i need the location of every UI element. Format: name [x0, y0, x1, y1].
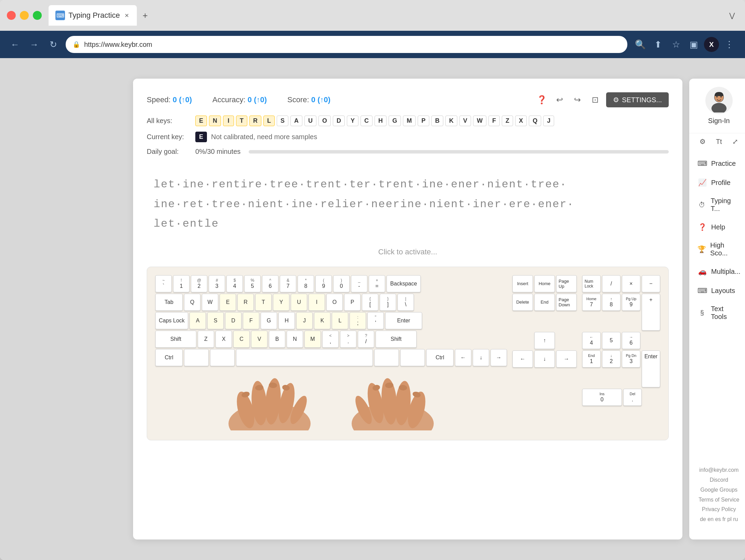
- key-n[interactable]: N: [287, 331, 303, 348]
- key-num-del[interactable]: Del.: [623, 389, 642, 406]
- key-arrow-right[interactable]: →: [491, 349, 507, 366]
- key-v[interactable]: V: [251, 331, 267, 348]
- key-q[interactable]: Q: [184, 294, 200, 311]
- key-a[interactable]: A: [189, 312, 206, 329]
- key-num-mult[interactable]: ×: [622, 275, 640, 292]
- language-selector[interactable]: de en es fr pl ru: [698, 515, 739, 524]
- footer-email[interactable]: info@keybr.com: [698, 465, 739, 475]
- key-o[interactable]: O: [326, 294, 343, 311]
- help-button[interactable]: ❓: [535, 93, 549, 107]
- key-backspace[interactable]: Backspace: [387, 275, 421, 292]
- key-semicolon[interactable]: :;: [350, 312, 366, 329]
- key-delete[interactable]: Delete: [512, 294, 533, 311]
- key-f[interactable]: F: [243, 312, 259, 329]
- key-t[interactable]: T: [255, 294, 272, 311]
- settings-button[interactable]: ⚙ SETTINGS...: [606, 92, 669, 107]
- key-num-6[interactable]: →6: [622, 332, 640, 349]
- key-3[interactable]: #3: [209, 275, 225, 292]
- key-1[interactable]: !1: [173, 275, 189, 292]
- settings-icon[interactable]: ⚙: [697, 136, 708, 147]
- key-num-0[interactable]: Ins0: [582, 389, 622, 406]
- key-w[interactable]: W: [202, 294, 218, 311]
- key-alt-right[interactable]: [374, 349, 399, 366]
- key-j[interactable]: J: [296, 312, 313, 329]
- key-arrow-down[interactable]: ↓: [473, 349, 489, 366]
- key-win-left[interactable]: [184, 349, 209, 366]
- key-num-9[interactable]: Pg Up9: [622, 294, 640, 311]
- key-num-5[interactable]: 5: [602, 332, 620, 349]
- key-lbracket[interactable]: {[: [362, 294, 378, 311]
- key-tab[interactable]: Tab: [155, 294, 183, 311]
- key-arrow-left2[interactable]: ←: [512, 350, 533, 368]
- footer-discord[interactable]: Discord: [698, 475, 739, 485]
- key-shift-right[interactable]: Shift: [376, 331, 417, 348]
- key-num-7[interactable]: Home7: [582, 294, 601, 311]
- browser-menu-icon[interactable]: ⋮: [722, 37, 737, 52]
- key-minus[interactable]: _-: [351, 275, 367, 292]
- sidebar-item-typingt[interactable]: ⏱ Typing T...: [689, 192, 745, 217]
- sidebar-item-multipla[interactable]: 🚗 Multipla...: [689, 262, 745, 281]
- key-6[interactable]: ^6: [262, 275, 278, 292]
- font-size-icon[interactable]: Tt: [714, 136, 724, 147]
- click-activate-prompt[interactable]: Click to activate...: [147, 248, 669, 256]
- key-num-slash[interactable]: /: [602, 275, 620, 292]
- key-fn[interactable]: [400, 349, 425, 366]
- key-numlock[interactable]: Num Lock: [582, 275, 601, 292]
- key-arrow-right2[interactable]: →: [556, 350, 577, 368]
- key-comma[interactable]: <,: [322, 331, 339, 348]
- new-tab-button[interactable]: +: [138, 9, 152, 22]
- typing-text-area[interactable]: let·ine·rentire·tree·trent·ter·trent·ine…: [147, 168, 669, 241]
- active-tab[interactable]: ⌨ Typing Practice ✕: [49, 5, 137, 26]
- key-backtick[interactable]: ~`: [155, 275, 172, 292]
- key-insert[interactable]: Insert: [512, 275, 533, 292]
- sidebar-item-layouts[interactable]: ⌨ Layouts: [689, 281, 745, 300]
- fullscreen-button[interactable]: ⊡: [588, 93, 602, 107]
- key-slash[interactable]: ?/: [358, 331, 374, 348]
- key-g[interactable]: G: [261, 312, 277, 329]
- key-2[interactable]: @2: [191, 275, 207, 292]
- key-5[interactable]: %5: [244, 275, 261, 292]
- minimize-button[interactable]: [20, 11, 29, 20]
- key-end[interactable]: End: [534, 294, 555, 311]
- key-l[interactable]: L: [332, 312, 348, 329]
- key-x[interactable]: X: [215, 331, 232, 348]
- key-arrow-up[interactable]: ↑: [534, 332, 555, 349]
- key-num-enter[interactable]: Enter: [642, 350, 660, 387]
- key-enter[interactable]: Enter: [385, 312, 422, 329]
- key-ctrl-left[interactable]: Ctrl: [155, 349, 183, 366]
- key-num-1[interactable]: End1: [582, 350, 601, 368]
- window-menu-button[interactable]: ⋁: [726, 9, 738, 22]
- sidebar-item-practice[interactable]: ⌨ Practice: [689, 154, 745, 173]
- key-quote[interactable]: "': [367, 312, 384, 329]
- search-icon[interactable]: 🔍: [633, 37, 648, 52]
- key-arrow-left[interactable]: ←: [455, 349, 471, 366]
- key-backslash[interactable]: |\: [397, 294, 414, 311]
- key-rbracket[interactable]: }]: [380, 294, 396, 311]
- key-8[interactable]: *8: [298, 275, 314, 292]
- key-h[interactable]: H: [278, 312, 295, 329]
- key-ctrl-right[interactable]: Ctrl: [426, 349, 454, 366]
- back-button[interactable]: ←: [8, 38, 22, 51]
- redo-button[interactable]: ↪: [571, 93, 584, 107]
- key-r[interactable]: R: [237, 294, 254, 311]
- sidebar-item-profile[interactable]: 📈 Profile: [689, 173, 745, 192]
- key-z[interactable]: Z: [198, 331, 214, 348]
- key-e[interactable]: E: [220, 294, 236, 311]
- key-period[interactable]: >.: [340, 331, 356, 348]
- key-num-8[interactable]: ↑8: [602, 294, 620, 311]
- key-pagedown[interactable]: Page Down: [556, 294, 577, 311]
- tab-close-button[interactable]: ✕: [123, 12, 130, 19]
- key-y[interactable]: Y: [273, 294, 289, 311]
- maximize-button[interactable]: [33, 11, 42, 20]
- footer-privacy[interactable]: Privacy Policy: [698, 505, 739, 515]
- key-d[interactable]: D: [225, 312, 241, 329]
- key-space[interactable]: [236, 349, 373, 366]
- key-capslock[interactable]: Caps Lock: [155, 312, 188, 329]
- key-equals[interactable]: +=: [369, 275, 385, 292]
- key-7[interactable]: &7: [280, 275, 296, 292]
- url-bar[interactable]: 🔒 https://www.keybr.com: [66, 36, 627, 53]
- forward-button[interactable]: →: [27, 38, 41, 51]
- key-m[interactable]: M: [304, 331, 321, 348]
- key-alt-left[interactable]: [210, 349, 235, 366]
- footer-google-groups[interactable]: Google Groups: [698, 485, 739, 495]
